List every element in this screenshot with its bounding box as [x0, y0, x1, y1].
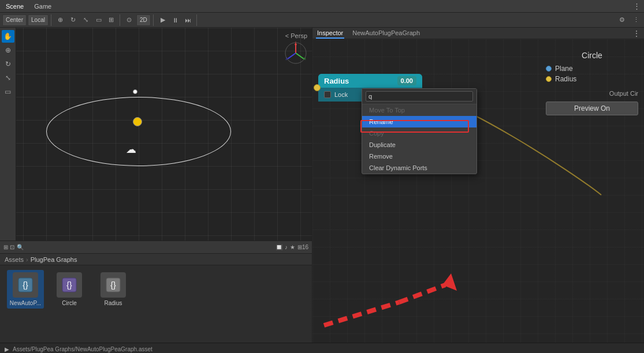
transform-group: Center Local	[2, 14, 51, 26]
radius-output-port[interactable]	[314, 84, 321, 91]
multi-icon[interactable]: ⊞	[106, 14, 117, 26]
settings-icon[interactable]: ⚙	[616, 14, 628, 26]
game-tab[interactable]: Game	[32, 3, 54, 10]
svg-text:{}: {}	[23, 280, 28, 290]
move-tool[interactable]: ⊕	[2, 44, 14, 57]
port-label-radius: Radius	[555, 75, 576, 83]
lock-checkbox[interactable]	[324, 91, 331, 98]
scene-center-dot	[133, 89, 137, 94]
status-icon: ▶	[5, 346, 9, 352]
ctx-item-cleardynamic[interactable]: Clear Dynamic Ports	[362, 162, 477, 174]
svg-text:{}: {}	[66, 280, 72, 290]
scene-viewport[interactable]: ✋ ⊕ ↻ ⤡ ▭ Y X Z < Persp	[0, 28, 312, 241]
port-row-radius: Radius	[546, 75, 638, 83]
lock-label: Lock	[334, 91, 348, 98]
svg-text:Z: Z	[285, 57, 287, 61]
asset-item-radius[interactable]: {} Radius	[95, 270, 132, 309]
play-icon[interactable]: ▶	[157, 14, 169, 26]
toolbar-more-icon[interactable]: ⋮	[630, 14, 642, 26]
center-button[interactable]: Center	[2, 14, 27, 26]
asset-label-circle: Circle	[62, 300, 77, 306]
port-row-plane: Plane	[546, 65, 638, 73]
gizmo-group: ⊕ ↻ ⤡ ▭ ⊞	[55, 14, 120, 26]
asset-label-newautop: NewAutoP...	[10, 300, 41, 306]
scene-tab[interactable]: Scene	[3, 3, 26, 10]
rect-icon[interactable]: ▭	[93, 14, 105, 26]
port-dot-radius[interactable]	[546, 76, 552, 82]
scene-smiley-dot	[133, 117, 142, 126]
assets-content: {} NewAutoP... {} Circle	[0, 265, 312, 313]
assets-header: Assets › PlugPea Graphs	[0, 254, 312, 265]
breadcrumb-sep: ›	[26, 256, 28, 263]
topbar-more-icon[interactable]: ⋮	[633, 2, 641, 10]
scene-audio-icon[interactable]: ♪	[285, 244, 288, 250]
asset-icon-circle: {}	[57, 272, 82, 298]
scale-tool[interactable]: ⤡	[2, 72, 14, 84]
ctx-item-rename[interactable]: Rename	[362, 116, 477, 127]
assets-panel: Assets › PlugPea Graphs {} NewAutoP...	[0, 253, 312, 343]
scene-bottom-bar: ⊞ ⊡ 🔍 🔲 ♪ ★ ⊞16	[0, 241, 312, 253]
right-panel: Inspector NewAutoPlugPeaGraph ⋮ Radius 0…	[312, 28, 644, 343]
persp-label: < Persp	[285, 32, 307, 39]
rotate-tool[interactable]: ↻	[2, 58, 14, 70]
circle-node-panel: Circle Plane Radius Output Cir Preview O…	[546, 51, 638, 115]
asset-label-radius: Radius	[104, 300, 122, 306]
2d-button[interactable]: 2D	[136, 14, 151, 26]
radius-node-value[interactable]: 0.00	[397, 76, 416, 85]
rect-tool[interactable]: ▭	[2, 85, 14, 98]
asset-item-newautop[interactable]: {} NewAutoP...	[7, 270, 44, 309]
context-search	[362, 89, 477, 104]
radius-node-header: Radius 0.00	[318, 74, 422, 88]
main-area: ✋ ⊕ ↻ ⤡ ▭ Y X Z < Persp	[0, 28, 644, 343]
scene-count: ⊞16	[297, 244, 308, 250]
asset-item-circle[interactable]: {} Circle	[51, 270, 88, 309]
svg-line-15	[324, 302, 399, 325]
rotate-icon[interactable]: ↻	[68, 14, 79, 26]
pivot-icon[interactable]: ⊙	[124, 14, 135, 26]
inspector-tabs: Inspector NewAutoPlugPeaGraph ⋮	[312, 28, 644, 39]
svg-text:{}: {}	[110, 280, 116, 290]
scene-layers-icon[interactable]: 🔲	[276, 244, 282, 250]
inspector-menu-button[interactable]: ⋮	[632, 29, 641, 38]
move-icon[interactable]: ⊕	[55, 14, 66, 26]
ctx-item-remove[interactable]: Remove	[362, 151, 477, 162]
breadcrumb: Assets › PlugPea Graphs	[5, 256, 77, 263]
graph-area[interactable]: Radius 0.00 Lock Move To Top Rename Copy	[312, 39, 644, 343]
toolbar: Center Local ⊕ ↻ ⤡ ▭ ⊞ ⊙ 2D ▶ ⏸ ⏭ ⚙ ⋮	[0, 13, 644, 28]
tab-graph[interactable]: NewAutoPlugPeaGraph	[351, 28, 421, 39]
asset-icon-radius: {}	[100, 272, 126, 298]
context-menu: Move To Top Rename Copy Duplicate Remove…	[362, 88, 477, 174]
tab-inspector[interactable]: Inspector	[316, 28, 344, 39]
scene-bottom-icons: 🔲 ♪ ★ ⊞16	[276, 244, 308, 250]
scene-fx-icon[interactable]: ★	[290, 244, 295, 250]
scene-cloud-icon: ☁	[126, 143, 136, 156]
breadcrumb-plugpea[interactable]: PlugPea Graphs	[31, 256, 77, 263]
scene-tools-sidebar: ✋ ⊕ ↻ ⤡ ▭	[0, 28, 16, 241]
port-dot-plane[interactable]	[546, 66, 552, 72]
hand-tool[interactable]: ✋	[2, 30, 14, 43]
preview-on-button[interactable]: Preview On	[546, 102, 638, 115]
asset-icon-newautop: {}	[13, 272, 38, 298]
top-bar: Scene Game ⋮	[0, 0, 644, 13]
status-bar: ▶ Assets/PlugPea Graphs/NewAutoPlugPeaGr…	[0, 343, 644, 353]
axis-gizmo: Y X Z	[284, 42, 307, 65]
scene-search-icon[interactable]: 🔍	[17, 244, 24, 250]
scene-circle-object	[46, 97, 231, 166]
breadcrumb-assets[interactable]: Assets	[5, 256, 24, 263]
output-cir-label: Output Cir	[546, 90, 638, 97]
svg-line-3	[288, 53, 296, 59]
ctx-item-duplicate[interactable]: Duplicate	[362, 139, 477, 151]
scale-icon[interactable]: ⤡	[80, 14, 92, 26]
svg-line-2	[296, 53, 304, 59]
radius-node-title: Radius	[324, 77, 349, 85]
view-group: ⊙ 2D	[124, 14, 154, 26]
svg-text:X: X	[304, 57, 306, 61]
pause-icon[interactable]: ⏸	[170, 14, 181, 26]
local-button[interactable]: Local	[28, 14, 49, 26]
svg-line-16	[399, 285, 445, 302]
context-search-input[interactable]	[366, 91, 473, 102]
status-path: Assets/PlugPea Graphs/NewAutoPlugPeaGrap…	[13, 346, 152, 352]
step-icon[interactable]: ⏭	[183, 14, 194, 26]
ctx-item-movetotop: Move To Top	[362, 104, 477, 116]
playback-group: ▶ ⏸ ⏭	[157, 14, 197, 26]
